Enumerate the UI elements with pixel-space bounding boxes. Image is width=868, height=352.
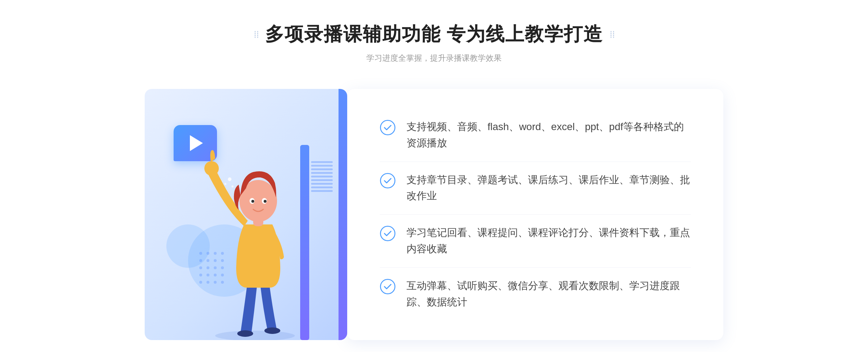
svg-point-8 [199, 266, 202, 269]
svg-point-11 [221, 266, 224, 269]
svg-point-29 [264, 200, 267, 203]
svg-point-19 [221, 281, 224, 284]
svg-point-37 [380, 279, 395, 294]
check-icon-4 [380, 279, 396, 295]
feature-item-3: 学习笔记回看、课程提问、课程评论打分、课件资料下载，重点内容收藏 [380, 215, 691, 268]
title-row: ⁞⁞ 多项录播课辅助功能 专为线上教学打造 ⁞⁞ [254, 22, 614, 47]
svg-point-22 [264, 327, 280, 334]
svg-point-16 [199, 281, 202, 284]
svg-point-0 [199, 252, 202, 255]
svg-point-34 [380, 120, 395, 135]
svg-point-23 [204, 161, 219, 176]
feature-item-2: 支持章节目录、弹题考试、课后练习、课后作业、章节测验、批改作业 [380, 162, 691, 215]
person-illustration [193, 145, 309, 340]
svg-point-17 [207, 281, 209, 284]
page-subtitle: 学习进度全掌握，提升录播课教学效果 [366, 53, 502, 64]
svg-point-9 [207, 266, 209, 269]
check-icon-3 [380, 226, 396, 241]
title-deco-right: ⁞⁞ [609, 29, 614, 40]
svg-point-18 [214, 281, 217, 284]
left-illustration [145, 89, 347, 340]
feature-item-1: 支持视频、音频、flash、word、excel、ppt、pdf等各种格式的资源… [380, 109, 691, 162]
svg-point-2 [214, 252, 217, 255]
svg-point-10 [214, 266, 217, 269]
check-icon-1 [380, 120, 396, 136]
right-panel: 支持视频、音频、flash、word、excel、ppt、pdf等各种格式的资源… [347, 89, 723, 340]
svg-point-3 [221, 252, 224, 255]
svg-point-36 [380, 226, 395, 241]
page-title: 多项录播课辅助功能 专为线上教学打造 [265, 22, 603, 47]
page-wrapper: ⁞⁞ 多项录播课辅助功能 专为线上教学打造 ⁞⁞ 学习进度全掌握，提升录播课教学… [0, 0, 868, 352]
feature-text-1: 支持视频、音频、flash、word、excel、ppt、pdf等各种格式的资源… [407, 119, 691, 151]
content-area: » [145, 89, 723, 340]
title-deco-left: ⁞⁞ [254, 29, 259, 40]
svg-point-4 [199, 259, 202, 262]
feature-item-4: 互动弹幕、试听购买、微信分享、观看次数限制、学习进度跟踪、数据统计 [380, 268, 691, 321]
svg-point-21 [237, 330, 253, 337]
svg-point-12 [199, 274, 202, 276]
svg-point-14 [214, 274, 217, 276]
svg-point-31 [224, 183, 226, 185]
blue-bar-deco [339, 89, 347, 340]
svg-point-32 [231, 185, 234, 188]
svg-point-20 [215, 331, 295, 340]
svg-point-7 [221, 259, 224, 262]
svg-point-13 [207, 274, 209, 276]
svg-point-6 [214, 259, 217, 262]
figure-container [166, 130, 336, 340]
svg-point-5 [207, 259, 209, 262]
svg-rect-33 [300, 145, 309, 340]
page-header: ⁞⁞ 多项录播课辅助功能 专为线上教学打造 ⁞⁞ 学习进度全掌握，提升录播课教学… [254, 22, 614, 64]
feature-text-3: 学习笔记回看、课程提问、课程评论打分、课件资料下载，重点内容收藏 [407, 225, 691, 257]
svg-point-28 [251, 200, 254, 203]
svg-point-15 [221, 274, 224, 276]
feature-text-2: 支持章节目录、弹题考试、课后练习、课后作业、章节测验、批改作业 [407, 172, 691, 205]
svg-point-1 [207, 252, 209, 255]
feature-text-4: 互动弹幕、试听购买、微信分享、观看次数限制、学习进度跟踪、数据统计 [407, 278, 691, 310]
svg-point-35 [380, 173, 395, 188]
check-icon-2 [380, 173, 396, 189]
svg-point-30 [228, 177, 231, 181]
